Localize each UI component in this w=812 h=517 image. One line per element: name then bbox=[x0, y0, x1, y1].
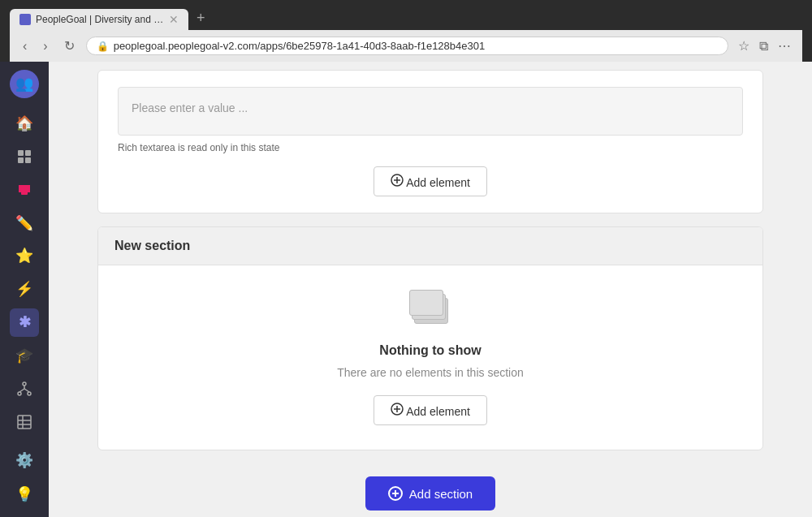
svg-line-10 bbox=[24, 389, 29, 392]
tab-close-button[interactable]: ✕ bbox=[169, 14, 179, 25]
sidebar: 👥 🏠 ✏️ ⭐ ⚡ ✱ 🎓 ⚙️ 💡 bbox=[0, 62, 49, 517]
sidebar-item-inbox[interactable] bbox=[10, 175, 39, 204]
add-element-button-top[interactable]: Add element bbox=[374, 166, 487, 196]
sidebar-item-table[interactable] bbox=[10, 407, 39, 436]
tab-title: PeopleGoal | Diversity and Incl bbox=[36, 14, 164, 25]
empty-state-icon bbox=[408, 290, 453, 329]
add-section-button[interactable]: Add section bbox=[365, 476, 495, 511]
textarea-container: Please enter a value ... bbox=[118, 87, 743, 136]
section-header: New section bbox=[98, 227, 762, 265]
avatar[interactable]: 👥 bbox=[10, 70, 39, 98]
sidebar-item-help[interactable]: 💡 bbox=[10, 480, 39, 509]
sidebar-item-hierarchy[interactable] bbox=[10, 374, 39, 403]
no-elements-text: There are no elements in this section bbox=[337, 366, 524, 379]
sidebar-item-grid[interactable] bbox=[10, 143, 39, 171]
plus-circle-icon-add-section bbox=[388, 486, 403, 501]
empty-state: Nothing to show There are no elements in… bbox=[337, 290, 524, 379]
sidebar-item-home[interactable]: 🏠 bbox=[10, 110, 39, 138]
back-button[interactable]: ‹ bbox=[18, 37, 32, 55]
svg-rect-2 bbox=[18, 157, 24, 163]
new-tab-button[interactable]: + bbox=[190, 6, 212, 30]
reload-button[interactable]: ↻ bbox=[59, 37, 80, 55]
svg-point-6 bbox=[18, 392, 21, 395]
sidebar-item-asterisk[interactable]: ✱ bbox=[10, 308, 39, 337]
svg-point-7 bbox=[28, 392, 31, 395]
svg-line-9 bbox=[19, 389, 24, 392]
plus-circle-icon bbox=[391, 174, 404, 187]
add-element-button-section[interactable]: Add element bbox=[374, 395, 487, 425]
svg-point-5 bbox=[23, 382, 26, 386]
svg-rect-11 bbox=[18, 416, 31, 429]
main-content: Please enter a value ... Rich textarea i… bbox=[49, 62, 812, 517]
new-section-card: New section Nothing to show There are no… bbox=[97, 226, 763, 450]
lock-icon: 🔒 bbox=[97, 41, 109, 52]
textarea-placeholder: Please enter a value ... bbox=[132, 101, 248, 114]
svg-rect-3 bbox=[25, 157, 31, 163]
sidebar-item-bolt[interactable]: ⚡ bbox=[10, 275, 39, 304]
extensions-button[interactable]: ⧉ bbox=[756, 35, 771, 57]
svg-rect-4 bbox=[21, 192, 28, 195]
menu-button[interactable]: ⋯ bbox=[775, 35, 794, 57]
svg-rect-0 bbox=[18, 150, 24, 156]
svg-rect-1 bbox=[25, 150, 31, 156]
content-area: Please enter a value ... Rich textarea i… bbox=[49, 62, 812, 517]
readonly-note: Rich textarea is read only in this state bbox=[118, 142, 743, 153]
plus-circle-icon-section bbox=[391, 403, 404, 416]
section-body: Nothing to show There are no elements in… bbox=[98, 265, 762, 450]
section-title: New section bbox=[114, 239, 190, 252]
bookmark-button[interactable]: ☆ bbox=[735, 35, 753, 57]
sidebar-item-edit[interactable]: ✏️ bbox=[10, 209, 39, 237]
address-bar[interactable]: 🔒 peoplegoal.peoplegoal-v2.com/apps/6be2… bbox=[86, 37, 728, 55]
tab-favicon bbox=[19, 14, 31, 25]
add-section-container: Add section bbox=[97, 463, 763, 511]
url-text: peoplegoal.peoplegoal-v2.com/apps/6be259… bbox=[114, 40, 718, 52]
sidebar-item-graduation[interactable]: 🎓 bbox=[10, 342, 39, 370]
active-tab[interactable]: PeopleGoal | Diversity and Incl ✕ bbox=[10, 9, 188, 30]
sidebar-item-settings[interactable]: ⚙️ bbox=[10, 446, 39, 475]
avatar-icon: 👥 bbox=[15, 75, 33, 93]
browser-chrome: PeopleGoal | Diversity and Incl ✕ + ‹ › … bbox=[0, 0, 812, 62]
app-container: 👥 🏠 ✏️ ⭐ ⚡ ✱ 🎓 ⚙️ 💡 bbox=[0, 62, 812, 517]
browser-toolbar: ‹ › ↻ 🔒 peoplegoal.peoplegoal-v2.com/app… bbox=[10, 30, 802, 62]
nothing-to-show-text: Nothing to show bbox=[379, 343, 481, 358]
forward-button[interactable]: › bbox=[38, 37, 52, 55]
sidebar-item-star[interactable]: ⭐ bbox=[10, 242, 39, 270]
textarea-card: Please enter a value ... Rich textarea i… bbox=[97, 70, 763, 213]
